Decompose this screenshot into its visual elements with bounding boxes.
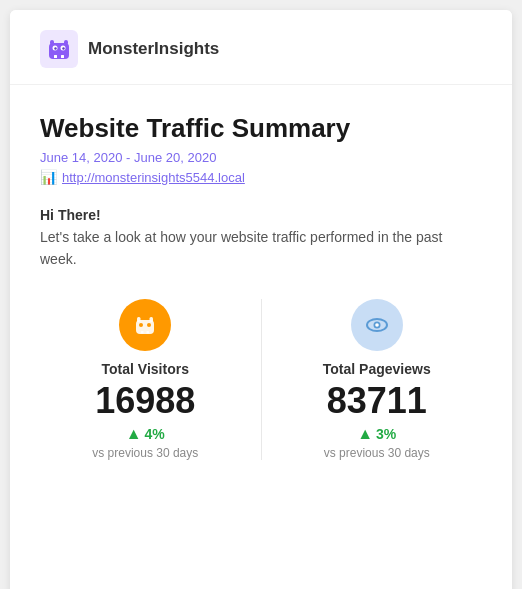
svg-rect-8 <box>54 55 57 58</box>
svg-point-5 <box>62 47 64 49</box>
content: Website Traffic Summary June 14, 2020 - … <box>10 85 512 496</box>
svg-point-12 <box>147 323 151 327</box>
svg-rect-10 <box>136 320 154 334</box>
pageviews-comparison: vs previous 30 days <box>324 446 430 460</box>
svg-rect-1 <box>49 43 69 59</box>
greeting-text: Let's take a look at how your website tr… <box>40 227 482 270</box>
brand-name: MonsterInsights <box>88 39 219 59</box>
svg-rect-9 <box>61 55 64 58</box>
visitors-change-value: 4% <box>145 426 165 442</box>
visitors-label: Total Visitors <box>102 361 189 377</box>
email-container: MonsterInsights Website Traffic Summary … <box>10 10 512 589</box>
svg-rect-7 <box>64 40 68 45</box>
pageviews-up-arrow-icon: ▲ <box>357 425 373 443</box>
site-link-row: 📊 http://monsterinsights5544.local <box>40 169 482 185</box>
visitors-icon <box>131 311 159 339</box>
visitors-value: 16988 <box>95 383 195 419</box>
stat-card-pageviews: Total Pageviews 83711 ▲ 3% vs previous 3… <box>272 299 483 460</box>
greeting-section: Hi There! Let's take a look at how your … <box>40 207 482 270</box>
pageviews-value: 83711 <box>327 383 427 419</box>
visitors-icon-circle <box>119 299 171 351</box>
site-link[interactable]: http://monsterinsights5544.local <box>62 170 245 185</box>
pageviews-label: Total Pageviews <box>323 361 431 377</box>
chart-bar-icon: 📊 <box>40 169 57 185</box>
pageviews-icon-circle <box>351 299 403 351</box>
stats-section: Total Visitors 16988 ▲ 4% vs previous 30… <box>40 299 482 460</box>
svg-rect-6 <box>50 40 54 45</box>
monsterinsights-logo-icon <box>40 30 78 68</box>
stat-card-visitors: Total Visitors 16988 ▲ 4% vs previous 30… <box>40 299 251 460</box>
svg-rect-14 <box>150 317 154 322</box>
svg-point-11 <box>139 323 143 327</box>
svg-rect-16 <box>147 331 150 334</box>
svg-rect-13 <box>137 317 141 322</box>
svg-point-19 <box>375 323 379 327</box>
pageviews-change-value: 3% <box>376 426 396 442</box>
greeting-hi: Hi There! <box>40 207 482 223</box>
pageviews-icon <box>363 311 391 339</box>
date-range: June 14, 2020 - June 20, 2020 <box>40 150 482 165</box>
visitors-change: ▲ 4% <box>126 425 165 443</box>
svg-point-4 <box>54 47 56 49</box>
svg-rect-15 <box>141 331 144 334</box>
pageviews-change: ▲ 3% <box>357 425 396 443</box>
visitors-up-arrow-icon: ▲ <box>126 425 142 443</box>
report-title: Website Traffic Summary <box>40 113 482 144</box>
header: MonsterInsights <box>10 10 512 85</box>
stats-divider <box>261 299 262 460</box>
visitors-comparison: vs previous 30 days <box>92 446 198 460</box>
